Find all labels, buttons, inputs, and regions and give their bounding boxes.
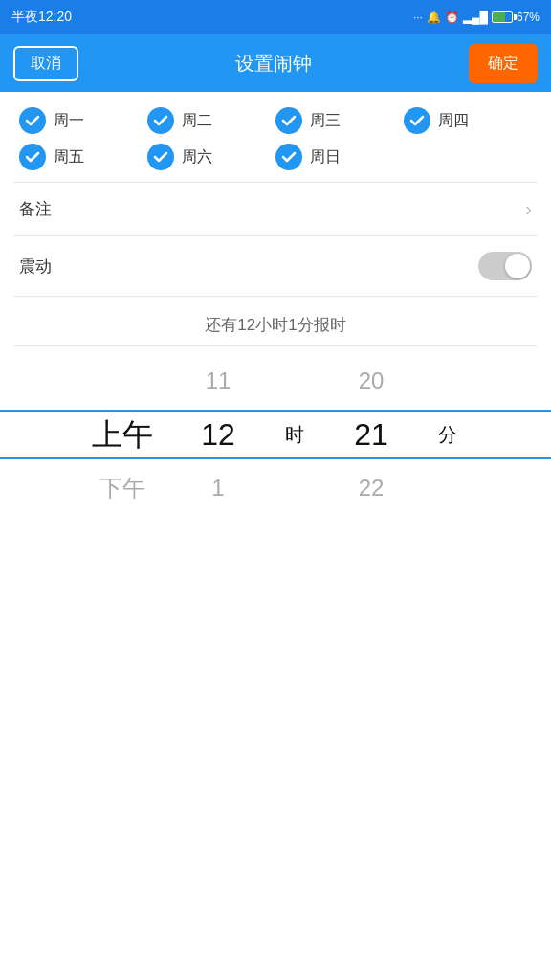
note-label: 备注 <box>19 198 52 220</box>
confirm-button[interactable]: 确定 <box>469 44 538 83</box>
day-check-sun <box>276 144 302 170</box>
day-item-mon[interactable]: 周一 <box>19 107 147 134</box>
checkmark-icon <box>153 149 168 165</box>
picker-hour-prev: 11 <box>206 354 231 408</box>
note-row[interactable]: 备注 › <box>0 183 551 235</box>
day-label-mon: 周一 <box>54 111 84 131</box>
battery-icon <box>492 11 513 23</box>
day-check-fri <box>19 144 46 170</box>
day-label-fri: 周五 <box>54 147 84 167</box>
picker-ampm-next: 下午 <box>99 461 145 515</box>
picker-hour-unit: 时 <box>285 408 304 461</box>
day-item-sat[interactable]: 周六 <box>147 144 276 170</box>
day-item-wed[interactable]: 周三 <box>276 107 404 134</box>
day-label-sun: 周日 <box>310 147 341 167</box>
picker-columns: 上午 下午 11 12 1 时 20 21 22 分 <box>0 354 551 515</box>
checkmark-icon <box>409 113 425 128</box>
vibration-row: 震动 <box>0 236 551 296</box>
alarm-icon: 🔔 <box>427 11 441 24</box>
day-item-tue[interactable]: 周二 <box>147 107 276 134</box>
day-check-sat <box>147 144 174 170</box>
checkmark-icon <box>25 113 40 128</box>
checkmark-icon <box>281 149 297 165</box>
days-section: 周一 周二 周三 周四 <box>0 92 551 182</box>
status-time: 半夜12:20 <box>11 9 72 26</box>
day-label-tue: 周二 <box>182 111 212 131</box>
picker-minute-unit-col: 分 <box>419 354 476 515</box>
day-check-mon <box>19 107 46 134</box>
picker-ampm-current: 上午 <box>92 408 153 461</box>
day-item-thu[interactable]: 周四 <box>404 107 532 134</box>
page-title: 设置闹钟 <box>235 51 312 77</box>
picker-minute-prev: 20 <box>359 354 385 408</box>
picker-minute-next: 22 <box>359 461 385 515</box>
page-header: 取消 设置闹钟 确定 <box>0 34 551 92</box>
time-picker[interactable]: 上午 下午 11 12 1 时 20 21 22 分 <box>0 354 551 515</box>
day-label-sat: 周六 <box>182 147 212 167</box>
clock-icon: ⏰ <box>445 11 459 24</box>
time-info-text: 还有12小时1分报时 <box>205 316 345 334</box>
picker-hour-current: 12 <box>201 408 235 461</box>
signal-bars-icon: ▂▄█ <box>463 11 488 24</box>
day-item-fri[interactable]: 周五 <box>19 144 147 170</box>
day-check-thu <box>404 107 430 134</box>
day-label-thu: 周四 <box>438 111 469 131</box>
day-label-wed: 周三 <box>310 111 341 131</box>
picker-col-hour[interactable]: 11 12 1 <box>170 354 266 515</box>
checkmark-icon <box>281 113 297 128</box>
signal-dots-icon: ··· <box>413 11 423 24</box>
cancel-button[interactable]: 取消 <box>13 46 78 81</box>
status-bar: 半夜12:20 ··· 🔔 ⏰ ▂▄█ 67% <box>0 0 551 34</box>
day-check-wed <box>276 107 302 134</box>
divider-timeinfo-picker <box>13 345 538 346</box>
picker-hour-next: 1 <box>211 461 224 515</box>
status-icons: ··· 🔔 ⏰ ▂▄█ 67% <box>413 11 540 24</box>
vibration-label: 震动 <box>19 256 52 278</box>
days-grid: 周一 周二 周三 周四 <box>19 107 532 170</box>
checkmark-icon <box>153 113 168 128</box>
picker-col-minute[interactable]: 20 21 22 <box>323 354 419 515</box>
picker-minute-unit: 分 <box>438 408 457 461</box>
toggle-thumb <box>505 254 530 278</box>
time-info: 还有12小时1分报时 <box>0 297 551 345</box>
checkmark-icon <box>25 149 40 165</box>
vibration-toggle[interactable] <box>478 252 532 280</box>
day-item-sun[interactable]: 周日 <box>276 144 404 170</box>
battery-percent: 67% <box>517 11 540 24</box>
picker-col-ampm[interactable]: 上午 下午 <box>75 354 170 515</box>
picker-hour-unit-col: 时 <box>266 354 323 515</box>
day-check-tue <box>147 107 174 134</box>
picker-minute-current: 21 <box>354 408 388 461</box>
arrow-right-icon: › <box>525 198 532 220</box>
